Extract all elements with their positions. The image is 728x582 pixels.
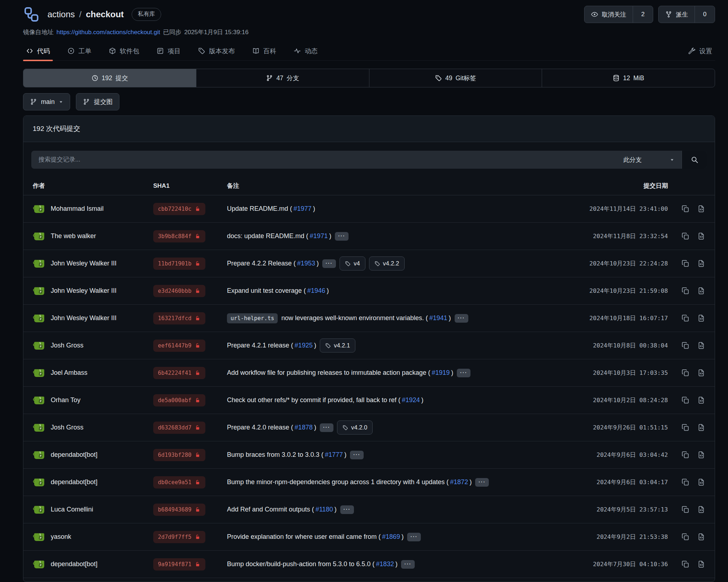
watchers-count[interactable]: 2	[633, 6, 653, 23]
commit-message[interactable]: Bump docker/build-push-action from 5.3.0…	[227, 560, 374, 568]
browse-source-button[interactable]	[697, 341, 705, 350]
commit-message[interactable]: Prepare 4.2.0 release (	[227, 424, 293, 431]
commit-sha-badge[interactable]: de5a000abf	[153, 394, 205, 406]
copy-sha-button[interactable]	[681, 533, 690, 541]
search-input[interactable]	[31, 151, 614, 169]
teacup-avatar[interactable]	[33, 367, 46, 379]
copy-sha-button[interactable]	[681, 396, 690, 405]
commit-message[interactable]: Bump braces from 3.0.2 to 3.0.3 (	[227, 451, 323, 459]
tag-chip-v4.2.1[interactable]: v4.2.1	[320, 338, 355, 353]
commit-graph-button[interactable]: 提交图	[76, 93, 120, 110]
commit-message[interactable]: Add workflow file for publishing release…	[227, 369, 430, 377]
commit-message[interactable]: Prepare 4.2.1 release (	[227, 342, 293, 349]
issue-link[interactable]: #1977	[294, 205, 311, 213]
expand-commit-body-button[interactable]: ···	[350, 451, 364, 459]
browse-source-button[interactable]	[697, 533, 705, 541]
commit-message[interactable]: docs: update README.md (	[227, 232, 308, 240]
issue-link[interactable]: #1953	[297, 260, 315, 267]
copy-sha-button[interactable]	[681, 287, 690, 295]
copy-sha-button[interactable]	[681, 205, 690, 213]
browse-source-button[interactable]	[697, 451, 705, 459]
stat-MiB[interactable]: 12MiB	[542, 69, 715, 87]
tag-chip-v4.2.2[interactable]: v4.2.2	[369, 256, 405, 270]
commit-sha-badge[interactable]: d632683dd7	[153, 422, 205, 434]
expand-commit-body-button[interactable]: ···	[340, 505, 354, 514]
repo-name-link[interactable]: checkout	[86, 9, 124, 19]
branch-selector[interactable]: main	[23, 93, 70, 110]
copy-sha-button[interactable]	[681, 341, 690, 350]
browse-source-button[interactable]	[697, 369, 705, 377]
commit-message[interactable]: now leverages well-known environment var…	[281, 314, 428, 322]
teacup-avatar[interactable]	[33, 203, 46, 215]
browse-source-button[interactable]	[697, 423, 705, 432]
copy-sha-button[interactable]	[681, 505, 690, 514]
issue-link[interactable]: #1777	[325, 451, 343, 459]
commit-sha-badge[interactable]: 2d7d9f7ff5	[153, 531, 205, 543]
issue-link[interactable]: #1946	[307, 287, 325, 295]
issue-link[interactable]: #1878	[295, 424, 313, 431]
issue-link[interactable]: #1919	[432, 369, 450, 377]
branch-filter-dropdown[interactable]: 此分支	[614, 151, 682, 169]
teacup-avatar[interactable]	[33, 257, 46, 270]
commit-message[interactable]: Add Ref and Commit outputs (	[227, 506, 314, 513]
teacup-avatar[interactable]	[33, 476, 46, 489]
commit-sha-badge[interactable]: 6b42224f41	[153, 367, 205, 379]
expand-commit-body-button[interactable]: ···	[455, 314, 468, 323]
commit-sha-badge[interactable]: eef61447b9	[153, 340, 205, 352]
copy-sha-button[interactable]	[681, 560, 690, 569]
copy-sha-button[interactable]	[681, 369, 690, 377]
commit-message[interactable]: Provide explanation for where user email…	[227, 533, 381, 541]
teacup-avatar[interactable]	[33, 531, 46, 544]
issue-link[interactable]: #1832	[376, 560, 394, 568]
commit-sha-badge[interactable]: 163217dfcd	[153, 312, 205, 324]
expand-commit-body-button[interactable]: ···	[407, 533, 421, 541]
tab-工单[interactable]: 工单	[64, 41, 94, 60]
teacup-avatar[interactable]	[33, 312, 46, 325]
teacup-avatar[interactable]	[33, 285, 46, 297]
commit-message[interactable]: Expand unit test coverage (	[227, 287, 306, 295]
copy-sha-button[interactable]	[681, 478, 690, 487]
expand-commit-body-button[interactable]: ···	[457, 369, 470, 377]
issue-link[interactable]: #1180	[315, 506, 333, 513]
commit-sha-badge[interactable]: b684943689	[153, 504, 205, 516]
browse-source-button[interactable]	[697, 396, 705, 405]
stat-提交[interactable]: 192提交	[23, 69, 196, 87]
tab-settings[interactable]: 设置	[685, 41, 715, 60]
copy-sha-button[interactable]	[681, 451, 690, 459]
browse-source-button[interactable]	[697, 478, 705, 487]
teacup-avatar[interactable]	[33, 394, 46, 407]
expand-commit-body-button[interactable]: ···	[320, 423, 333, 432]
browse-source-button[interactable]	[697, 205, 705, 213]
commit-sha-badge[interactable]: 6d193bf280	[153, 449, 205, 461]
commit-sha-badge[interactable]: 3b9b8c884f	[153, 230, 205, 242]
commit-sha-badge[interactable]: db0cee9a51	[153, 476, 205, 488]
copy-sha-button[interactable]	[681, 314, 690, 323]
expand-commit-body-button[interactable]: ···	[401, 560, 415, 569]
tab-软件包[interactable]: 软件包	[106, 41, 142, 60]
tag-chip-v4.2.0[interactable]: v4.2.0	[337, 420, 373, 435]
teacup-avatar[interactable]	[33, 449, 46, 461]
stat-分支[interactable]: 47分支	[196, 69, 369, 87]
issue-link[interactable]: #1872	[450, 478, 468, 486]
copy-sha-button[interactable]	[681, 232, 690, 241]
tab-代码[interactable]: 代码	[23, 41, 53, 60]
browse-source-button[interactable]	[697, 560, 705, 569]
copy-sha-button[interactable]	[681, 423, 690, 432]
expand-commit-body-button[interactable]: ···	[475, 478, 489, 487]
teacup-avatar[interactable]	[33, 339, 46, 352]
teacup-avatar[interactable]	[33, 558, 46, 571]
search-button[interactable]	[682, 151, 707, 169]
fork-button[interactable]: 派生 0	[658, 6, 715, 23]
issue-link[interactable]: #1869	[382, 533, 400, 541]
expand-commit-body-button[interactable]: ···	[322, 259, 336, 268]
issue-link[interactable]: #1941	[429, 314, 447, 322]
commit-sha-badge[interactable]: e3d2460bbb	[153, 285, 205, 297]
issue-link[interactable]: #1925	[295, 342, 313, 349]
stat-Git标签[interactable]: 49Git标签	[369, 69, 542, 87]
browse-source-button[interactable]	[697, 232, 705, 241]
issue-link[interactable]: #1971	[310, 232, 328, 240]
commit-message[interactable]: Prepare 4.2.2 Release (	[227, 260, 296, 267]
repo-owner-link[interactable]: actions	[47, 9, 75, 19]
commit-sha-badge[interactable]: 9a9194f871	[153, 558, 205, 570]
commit-message[interactable]: Check out other refs/* by commit if prov…	[227, 396, 400, 404]
